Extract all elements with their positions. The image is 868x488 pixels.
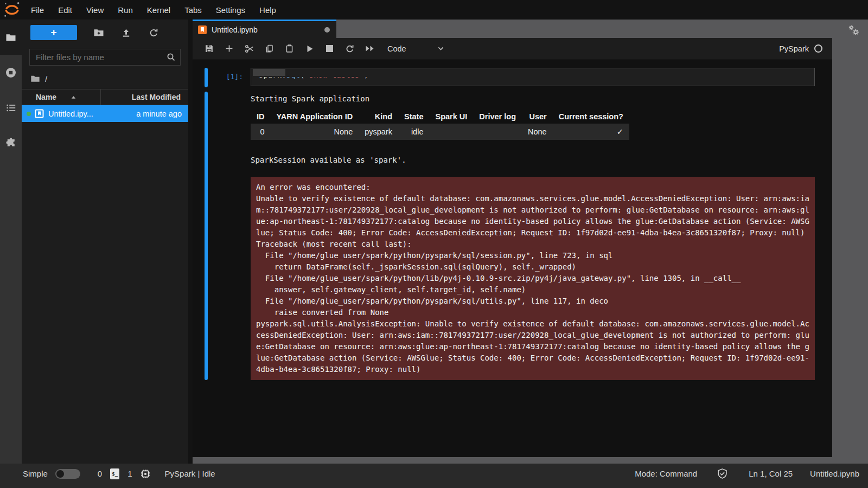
notebook-file-icon bbox=[35, 109, 44, 118]
active-file-name[interactable]: Untitled.ipynb bbox=[810, 469, 859, 478]
kernel-status-text[interactable]: PySpark | Idle bbox=[165, 469, 215, 478]
spark-session-ready-text: SparkSession available as 'spark'. bbox=[251, 155, 815, 165]
jupyter-logo-icon bbox=[0, 1, 24, 18]
menu-tabs[interactable]: Tabs bbox=[177, 5, 209, 15]
run-cell-button[interactable] bbox=[299, 44, 320, 53]
sidebar-tab-file-browser[interactable] bbox=[0, 20, 22, 55]
output-prompt-spacer bbox=[208, 92, 251, 380]
menu-file[interactable]: File bbox=[24, 5, 51, 15]
puzzle-icon bbox=[5, 137, 17, 149]
terminals-count[interactable]: 0 bbox=[98, 469, 102, 478]
cell-type-select[interactable]: Code bbox=[387, 44, 406, 53]
column-modified-header[interactable]: Last Modified bbox=[100, 89, 188, 105]
tab-dirty-indicator[interactable] bbox=[324, 27, 330, 33]
file-modified-time: a minute ago bbox=[136, 110, 188, 118]
status-bar: Simple 0 $_ 1 PySpark | Idle Mode: Comma… bbox=[0, 464, 868, 488]
col-user: User bbox=[522, 110, 553, 124]
sidebar-tab-table-of-contents[interactable] bbox=[0, 90, 22, 125]
column-name-header[interactable]: Name bbox=[22, 89, 100, 105]
menu-run[interactable]: Run bbox=[111, 5, 140, 15]
spark-session-table: ID YARN Application ID Kind State Spark … bbox=[251, 110, 629, 140]
notebook-content: [1]: spark.sql("show tables") Starting S… bbox=[193, 60, 832, 457]
simple-mode-toggle[interactable] bbox=[55, 469, 80, 479]
col-kind: Kind bbox=[359, 110, 398, 124]
sidebar-tab-running-kernels[interactable] bbox=[0, 55, 22, 90]
paste-cells-button[interactable] bbox=[279, 44, 299, 53]
new-folder-button[interactable] bbox=[85, 27, 112, 38]
cut-cells-button[interactable] bbox=[239, 44, 259, 54]
menu-bar: File Edit View Run Kernel Tabs Settings … bbox=[0, 0, 868, 20]
chevron-down-icon[interactable] bbox=[437, 44, 445, 53]
save-button[interactable] bbox=[199, 44, 219, 53]
kernel-running-dot bbox=[27, 112, 31, 116]
sidebar-tab-extensions[interactable] bbox=[0, 125, 22, 160]
starting-spark-text: Starting Spark application bbox=[251, 93, 815, 104]
code-cell-input-row: [1]: spark.sql("show tables") bbox=[205, 68, 832, 87]
file-browser-toolbar: + bbox=[22, 20, 188, 43]
cell-id: 0 bbox=[251, 124, 271, 140]
notebook-toolbar: Code PySpark bbox=[193, 38, 832, 60]
file-browser-panel: + / Name bbox=[22, 20, 188, 464]
menu-view[interactable]: View bbox=[79, 5, 111, 15]
code-editor[interactable]: spark.sql("show tables") bbox=[251, 68, 815, 86]
cell-driver-log bbox=[473, 124, 522, 140]
folder-icon bbox=[30, 74, 40, 84]
terminal-icon: $_ bbox=[110, 468, 119, 479]
table-row: 0 None pyspark idle None ✓ bbox=[251, 124, 629, 140]
left-sidebar-strip bbox=[0, 20, 22, 464]
execution-count-prompt: [1]: bbox=[208, 68, 251, 87]
notebook-icon bbox=[198, 25, 207, 34]
folder-icon bbox=[5, 32, 16, 43]
refresh-button[interactable] bbox=[140, 28, 168, 38]
add-cell-button[interactable] bbox=[219, 44, 239, 53]
cursor-position[interactable]: Ln 1, Col 25 bbox=[749, 469, 793, 478]
cell-user: None bbox=[522, 124, 553, 140]
sort-ascending-icon bbox=[71, 94, 76, 100]
notebook-panel: Code PySpark [1]: spark.sql("show bbox=[193, 38, 832, 457]
copy-cells-button[interactable] bbox=[259, 44, 279, 53]
breadcrumb[interactable]: / bbox=[22, 68, 188, 89]
col-id: ID bbox=[251, 110, 271, 124]
col-spark-ui: Spark UI bbox=[429, 110, 473, 124]
stop-circle-icon bbox=[5, 67, 17, 79]
notebook-tab-bar: Untitled.ipynb bbox=[193, 20, 832, 38]
modified-header-label: Last Modified bbox=[132, 93, 181, 101]
kernel-idle-icon bbox=[814, 44, 822, 53]
file-list-header: Name Last Modified bbox=[22, 89, 188, 105]
cell-current-session-check: ✓ bbox=[553, 124, 629, 140]
table-header-row: ID YARN Application ID Kind State Spark … bbox=[251, 110, 629, 124]
menu-kernel[interactable]: Kernel bbox=[140, 5, 177, 15]
interrupt-kernel-button[interactable] bbox=[320, 45, 340, 52]
kernels-count[interactable]: 1 bbox=[127, 469, 132, 478]
menu-help[interactable]: Help bbox=[252, 5, 283, 15]
output-content: Starting Spark application ID YARN Appli… bbox=[251, 92, 815, 380]
file-filter bbox=[29, 49, 181, 66]
name-header-label: Name bbox=[36, 93, 56, 101]
tab-title: Untitled.ipynb bbox=[212, 25, 258, 34]
tab-untitled-ipynb[interactable]: Untitled.ipynb bbox=[193, 20, 336, 38]
upload-button[interactable] bbox=[112, 28, 140, 38]
restart-kernel-button[interactable] bbox=[340, 44, 360, 54]
file-filter-input[interactable] bbox=[29, 49, 181, 66]
dock-panel: Untitled.ipynb bbox=[193, 20, 868, 464]
col-yarn-app-id: YARN Application ID bbox=[271, 110, 359, 124]
restart-run-all-button[interactable] bbox=[360, 44, 380, 53]
code-cell-output-row: Starting Spark application ID YARN Appli… bbox=[205, 92, 832, 380]
command-mode-label[interactable]: Mode: Command bbox=[635, 469, 697, 478]
simple-mode-label: Simple bbox=[23, 469, 48, 478]
cell-spark-ui bbox=[429, 124, 473, 140]
file-row-untitled-ipynb[interactable]: Untitled.ipy... a minute ago bbox=[22, 105, 188, 122]
menu-edit[interactable]: Edit bbox=[51, 5, 79, 15]
gears-icon[interactable] bbox=[848, 24, 860, 36]
toggle-knob bbox=[56, 470, 64, 478]
kernel-name: PySpark bbox=[779, 44, 809, 53]
breadcrumb-root: / bbox=[45, 74, 47, 84]
main-area: + / Name bbox=[0, 20, 868, 464]
menu-settings[interactable]: Settings bbox=[209, 5, 252, 15]
kernel-indicator[interactable]: PySpark bbox=[779, 44, 822, 53]
cell-yarn-app-id: None bbox=[271, 124, 359, 140]
col-current-session: Current session? bbox=[553, 110, 629, 124]
new-launcher-button[interactable]: + bbox=[30, 25, 77, 40]
editor-selection-highlight bbox=[253, 69, 285, 76]
shield-check-icon[interactable] bbox=[717, 468, 728, 479]
